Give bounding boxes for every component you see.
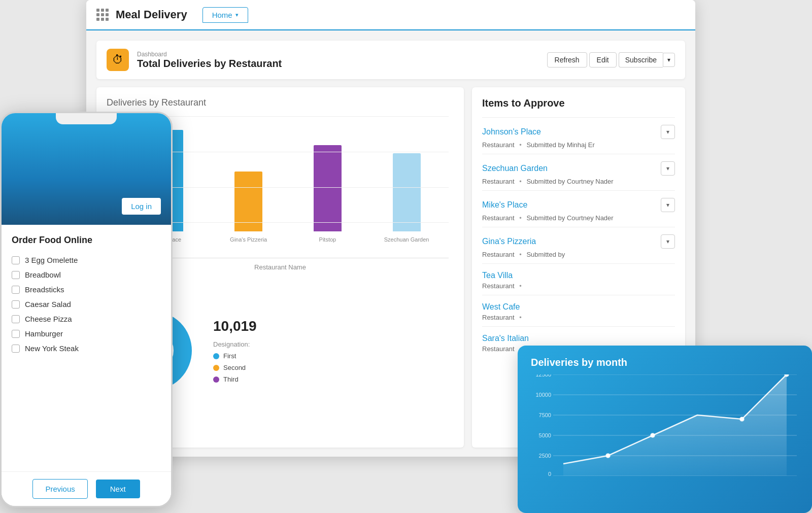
bar-rect-3 bbox=[393, 153, 421, 231]
svg-text:5000: 5000 bbox=[539, 432, 551, 438]
refresh-button[interactable]: Refresh bbox=[547, 52, 587, 67]
legend-first: First bbox=[213, 352, 257, 360]
approve-item-5: West Cafe Restaurant • bbox=[482, 295, 675, 326]
approve-item-name-0[interactable]: Johnson's Place bbox=[482, 127, 541, 136]
donut-right: 10,019 Designation: First Second bbox=[213, 318, 257, 383]
list-item-0: 3 Egg Omelette bbox=[12, 253, 161, 267]
legend-label-second: Second bbox=[223, 364, 246, 371]
dashboard-actions: Refresh Edit Subscribe ▾ bbox=[547, 52, 675, 67]
approve-item-submitted-2: Submitted by Courtney Nader bbox=[526, 214, 613, 222]
food-item-0: 3 Egg Omelette bbox=[25, 256, 78, 264]
approve-item-header-5: West Cafe bbox=[482, 302, 675, 312]
dashboard-header-left: ⏱ Dashboard Total Deliveries by Restaura… bbox=[107, 49, 282, 71]
list-item-3: Caesar Salad bbox=[12, 297, 161, 312]
nav-bar: Meal Delivery Home ▾ bbox=[86, 0, 695, 30]
bar-item-2: Pitstop bbox=[296, 145, 360, 243]
approve-item-meta-3: Restaurant • Submitted by bbox=[482, 251, 675, 258]
approve-item-type-5: Restaurant bbox=[482, 314, 515, 321]
approve-item-meta-0: Restaurant • Submitted by Minhaj Er bbox=[482, 141, 675, 149]
food-item-6: New York Steak bbox=[25, 344, 79, 353]
bar-rect-2 bbox=[314, 145, 342, 231]
grid-line-top bbox=[127, 116, 449, 117]
dashboard-icon: ⏱ bbox=[107, 49, 129, 71]
approve-item-0: Johnson's Place ▾ Restaurant • Submitted… bbox=[482, 117, 675, 154]
clock-icon: ⏱ bbox=[112, 53, 123, 66]
approve-item-submitted-0: Submitted by Minhaj Er bbox=[526, 141, 594, 149]
subscribe-dropdown-button[interactable]: ▾ bbox=[663, 53, 675, 67]
checkbox-6[interactable] bbox=[12, 345, 20, 353]
subscribe-main-button[interactable]: Subscribe bbox=[619, 52, 663, 67]
approve-item-name-5[interactable]: West Cafe bbox=[482, 302, 520, 312]
approve-item-submitted-3: Submitted by bbox=[526, 251, 565, 258]
login-button[interactable]: Log in bbox=[122, 198, 161, 215]
approve-item-name-2[interactable]: Mike's Place bbox=[482, 200, 527, 210]
legend-second: Second bbox=[213, 364, 257, 371]
mobile-overlay: Log in Order Food Online 3 Egg Omelette … bbox=[0, 112, 173, 507]
dashboard-header: ⏱ Dashboard Total Deliveries by Restaura… bbox=[96, 41, 685, 79]
legend-third: Third bbox=[213, 375, 257, 383]
svg-text:10000: 10000 bbox=[535, 392, 551, 398]
food-item-1: Breadbowl bbox=[25, 270, 61, 279]
legend-dot-first bbox=[213, 353, 219, 359]
approve-item-3: Gina's Pizzeria ▾ Restaurant • Submitted… bbox=[482, 227, 675, 263]
approve-item-type-2: Restaurant bbox=[482, 214, 515, 222]
approve-item-type-4: Restaurant bbox=[482, 282, 515, 290]
approve-item-2: Mike's Place ▾ Restaurant • Submitted by… bbox=[482, 190, 675, 227]
approve-item-dropdown-0[interactable]: ▾ bbox=[661, 125, 675, 139]
list-item-1: Breadbowl bbox=[12, 267, 161, 282]
bar-item-1: Gina's Pizzeria bbox=[217, 172, 281, 243]
svg-point-20 bbox=[740, 417, 744, 421]
approve-item-type-0: Restaurant bbox=[482, 141, 515, 149]
legend-dot-third bbox=[213, 377, 219, 383]
svg-point-17 bbox=[606, 454, 610, 458]
apps-icon[interactable] bbox=[96, 9, 109, 21]
food-item-4: Cheese Pizza bbox=[25, 315, 72, 323]
svg-text:7500: 7500 bbox=[539, 412, 551, 418]
subscribe-button-group: Subscribe ▾ bbox=[619, 52, 675, 67]
page-title: Total Deliveries by Restaurant bbox=[137, 58, 282, 70]
legend-label-third: Third bbox=[223, 375, 239, 383]
mobile-notch bbox=[56, 113, 117, 124]
bar-chart-title: Deliveries by Restaurant bbox=[107, 97, 454, 108]
checkbox-2[interactable] bbox=[12, 286, 20, 294]
previous-button[interactable]: Previous bbox=[32, 479, 87, 499]
home-tab[interactable]: Home ▾ bbox=[202, 7, 248, 23]
food-item-3: Caesar Salad bbox=[25, 300, 71, 309]
approve-item-meta-4: Restaurant • bbox=[482, 282, 675, 290]
donut-legend: First Second Third bbox=[213, 352, 257, 383]
approve-item-dropdown-1[interactable]: ▾ bbox=[661, 161, 675, 176]
mobile-section-title: Order Food Online bbox=[12, 235, 161, 246]
mobile-food-list: 3 Egg Omelette Breadbowl Breadsticks Cae… bbox=[12, 253, 161, 356]
checkbox-3[interactable] bbox=[12, 300, 20, 309]
approve-item-name-6[interactable]: Sara's Italian bbox=[482, 334, 529, 343]
breadcrumb: Dashboard bbox=[137, 51, 282, 58]
mobile-footer: Previous Next bbox=[2, 471, 171, 506]
approve-item-header-1: Szechuan Garden ▾ bbox=[482, 161, 675, 176]
bar-item-3: Szechuan Garden bbox=[375, 153, 438, 243]
approve-item-name-4[interactable]: Tea Villa bbox=[482, 271, 513, 280]
approve-item-name-3[interactable]: Gina's Pizzeria bbox=[482, 237, 536, 246]
checkbox-5[interactable] bbox=[12, 330, 20, 338]
grid-line-50 bbox=[127, 187, 449, 188]
bar-label-1: Gina's Pizzeria bbox=[230, 236, 267, 243]
home-tab-label: Home bbox=[212, 11, 232, 19]
legend-label-first: First bbox=[223, 352, 236, 360]
checkbox-1[interactable] bbox=[12, 271, 20, 279]
dashboard-title-block: Dashboard Total Deliveries by Restaurant bbox=[137, 51, 282, 70]
next-button[interactable]: Next bbox=[96, 480, 140, 498]
approve-item-type-6: Restaurant bbox=[482, 345, 515, 353]
approve-item-name-1[interactable]: Szechuan Garden bbox=[482, 164, 548, 173]
checkbox-0[interactable] bbox=[12, 256, 20, 264]
svg-text:0: 0 bbox=[548, 471, 551, 476]
checkbox-4[interactable] bbox=[12, 315, 20, 323]
list-item-4: Cheese Pizza bbox=[12, 312, 161, 326]
approve-item-dropdown-3[interactable]: ▾ bbox=[661, 234, 675, 249]
approve-item-meta-5: Restaurant • bbox=[482, 314, 675, 321]
legend-dot-second bbox=[213, 365, 219, 371]
edit-button[interactable]: Edit bbox=[589, 52, 617, 67]
approve-item-dropdown-2[interactable]: ▾ bbox=[661, 198, 675, 212]
meta-dot-0: • bbox=[519, 141, 522, 149]
list-item-6: New York Steak bbox=[12, 341, 161, 356]
bar-chart-area: 'e's Place Gina's Pizzeria Pitstop bbox=[127, 116, 449, 258]
floating-chart: Deliveries by month 12500 10000 7500 500… bbox=[518, 346, 812, 513]
